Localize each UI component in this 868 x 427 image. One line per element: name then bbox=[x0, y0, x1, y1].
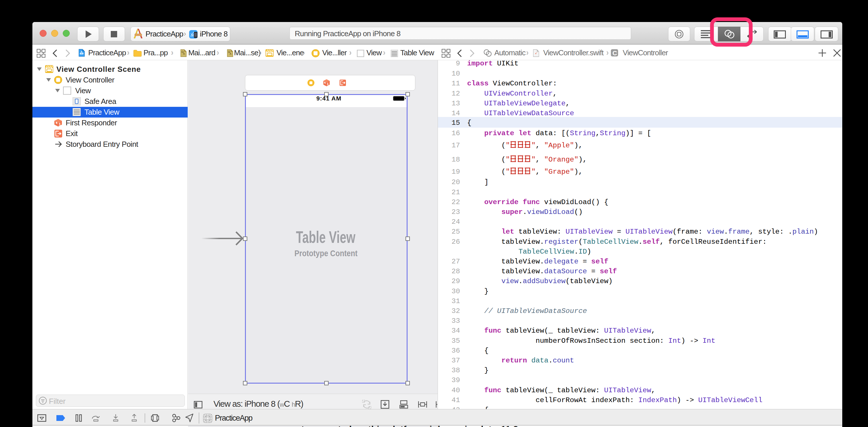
svg-text:1: 1 bbox=[59, 122, 61, 126]
svg-text:1: 1 bbox=[327, 82, 329, 86]
